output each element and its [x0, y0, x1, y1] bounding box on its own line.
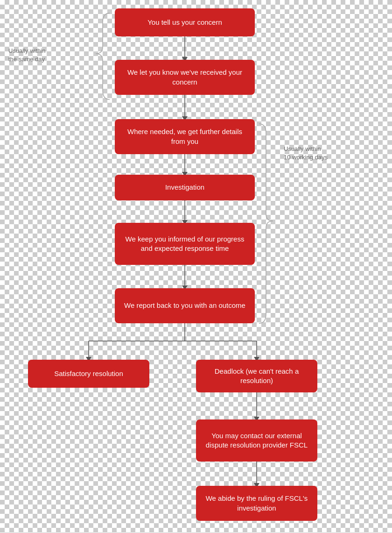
- box-investigation: Investigation: [115, 175, 255, 200]
- box-tell-concern: You tell us your concern: [115, 8, 255, 36]
- annotation-same-day: Usually within the same day: [8, 47, 45, 64]
- annotation-10-days: Usually within 10 working days: [284, 145, 328, 162]
- box-deadlock: Deadlock (we can't reach a resolution): [196, 360, 317, 392]
- box-received-concern: We let you know we've received your conc…: [115, 60, 255, 95]
- box-fscl-contact: You may contact our external dispute res…: [196, 419, 317, 462]
- box-fscl-ruling: We abide by the ruling of FSCL's investi…: [196, 486, 317, 521]
- box-report-back: We report back to you with an outcome: [115, 288, 255, 323]
- flowchart: You tell us your concern We let you know…: [0, 0, 392, 533]
- box-keep-informed: We keep you informed of our progress and…: [115, 223, 255, 265]
- box-further-details: Where needed, we get further details fro…: [115, 119, 255, 154]
- box-satisfactory: Satisfactory resolution: [28, 360, 149, 388]
